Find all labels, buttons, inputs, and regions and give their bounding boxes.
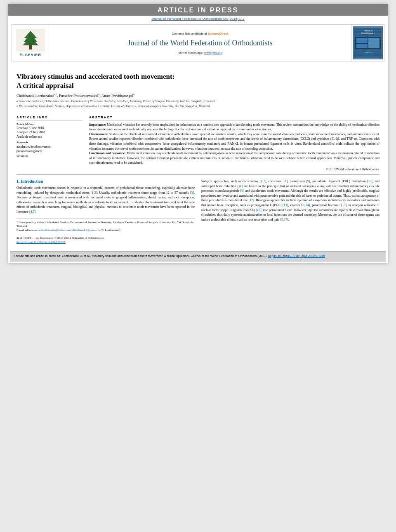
svg-rect-11 <box>356 44 368 48</box>
abstract-col: ABSTRACT Importance: Mechanical vibratio… <box>89 115 380 171</box>
banner-text: ARTICLE IN PRESS <box>8 7 388 14</box>
sciencedirect-link[interactable]: ScienceDirect <box>208 32 229 35</box>
ref-1-2[interactable]: [1,2] <box>91 191 97 195</box>
svg-text:Orthodontists: Orthodontists <box>363 52 373 54</box>
svg-text:Journal of: Journal of <box>363 29 373 32</box>
copyright-line: © 2018 World Federation of Orthodontists… <box>89 167 380 171</box>
available-online: Available online xxx <box>16 135 82 139</box>
citation-content: Leethanakul C, et al., Vibratory stimulu… <box>62 254 268 258</box>
intro-right-paragraph: Surgical approaches, such as corticotomy… <box>201 179 380 222</box>
body-col-right: Surgical approaches, such as corticotomy… <box>201 179 380 245</box>
ref-10[interactable]: [10] <box>367 179 372 183</box>
article-info-heading: ARTICLE INFO <box>16 115 82 120</box>
email2-link[interactable]: chidchanok.l@psu.ac.th <box>72 228 100 232</box>
author3-super: b <box>133 93 135 96</box>
ref-6-7[interactable]: [6,7] <box>260 179 266 183</box>
history-label: Article history: <box>16 122 82 126</box>
importance-label: Importance: <box>89 123 106 127</box>
svg-rect-9 <box>355 37 381 49</box>
footnote-area: * Corresponding author: Orthodontic Sect… <box>16 219 195 233</box>
abstract-text: Importance: Mechanical vibration has rec… <box>89 122 380 165</box>
ref-6b[interactable]: [6] <box>240 189 244 193</box>
citation-doi-link[interactable]: https://doi.org/10.1016/j.ejwf.2018.07.0… <box>268 254 325 258</box>
issn-line: 2212-4438/$ — see front matter © 2018 Wo… <box>16 236 195 245</box>
elsevier-logo <box>16 29 45 52</box>
journal-title-main: Journal of the World Federation of Ortho… <box>127 39 272 47</box>
received-date: Received 6 June 2018 <box>16 126 82 131</box>
issn-text: 2212-4438/$ — see front matter © 2018 Wo… <box>16 236 195 240</box>
ref-8[interactable]: [8] <box>284 179 288 183</box>
abstract-heading: ABSTRACT <box>89 115 380 120</box>
info-abstract-section: ARTICLE INFO Article history: Received 6… <box>16 115 380 171</box>
homepage-label: journal homepage: <box>178 51 203 54</box>
ref-15[interactable]: [15] <box>341 203 346 207</box>
doi-link[interactable]: https://doi.org/10.1016/j.ejwf.2018.07.0… <box>16 240 66 244</box>
svg-rect-10 <box>356 38 368 43</box>
elsevier-label: ELSEVIER <box>19 53 41 57</box>
article-title: Vibratory stimulus and accelerated tooth… <box>16 72 380 90</box>
page: ARTICLE IN PRESS Journal of the World Fe… <box>8 4 388 263</box>
svg-rect-6 <box>354 27 382 59</box>
citation-text: Please cite this article in press as: Le… <box>14 254 382 259</box>
intro-paragraph: Orthodontic tooth movement occurs in res… <box>16 186 195 214</box>
svg-rect-12 <box>368 38 380 48</box>
ref-11[interactable]: [11] <box>237 184 243 188</box>
ref-9[interactable]: [9] <box>306 179 310 183</box>
keywords-label: Keywords: <box>16 141 82 144</box>
citation-label: Please cite this article in press as: <box>14 254 61 258</box>
accepted-date: Accepted 23 July 2018 <box>16 130 82 135</box>
corresponding-label: * Corresponding author: <box>16 221 45 224</box>
citation-box: Please cite this article in press as: Le… <box>10 251 386 261</box>
importance-text: Mechanical vibration has recently been e… <box>89 123 380 132</box>
journal-header: ELSEVIER Contents lists available at Sci… <box>12 24 384 61</box>
sciencedirect-line: Contents lists available at ScienceDirec… <box>172 32 229 35</box>
body-col-left: 1. Introduction Orthodontic tooth moveme… <box>16 179 195 245</box>
ref-4-5[interactable]: [4,5] <box>29 210 35 214</box>
article-in-press-banner: ARTICLE IN PRESS <box>8 4 388 16</box>
header-center: Contents lists available at ScienceDirec… <box>49 25 351 61</box>
divider-1 <box>16 112 380 112</box>
keywords-list: accelerated tooth movementperiodontal li… <box>16 144 82 158</box>
sciencedirect-label: Contents lists available at <box>172 32 207 35</box>
svg-text:World Federation: World Federation <box>361 33 375 35</box>
conclusion-label: Conclusion and relevance: <box>89 151 126 155</box>
ref-14[interactable]: [14] <box>304 203 310 207</box>
ref-3[interactable]: [3] <box>190 191 194 195</box>
ref-12[interactable]: [12] <box>249 198 254 202</box>
header-left: ELSEVIER <box>12 25 49 61</box>
article-info-col: ARTICLE INFO Article history: Received 6… <box>16 115 82 171</box>
conclusion-text: Mechanical vibration may accelerate toot… <box>89 151 380 165</box>
email-label: E-mail addresses: <box>16 228 37 232</box>
journal-thumbnail: Journal of World Federation Orthodontist… <box>353 26 383 59</box>
author2-name: , Pussadee Phusuntornsakul <box>57 94 99 98</box>
intro-heading: 1. Introduction <box>16 179 195 184</box>
header-right: Journal of World Federation Orthodontist… <box>351 25 384 61</box>
observations-text: Studies on the effects of mechanical vib… <box>89 132 380 151</box>
ref-5-17[interactable]: [5,17] <box>280 218 288 221</box>
author1-name: Chidchanok Leethanakul <box>16 94 54 98</box>
article-body: Vibratory stimulus and accelerated tooth… <box>8 64 388 248</box>
observations-label: Observations: <box>89 132 108 136</box>
affiliation-a: a Associate Professor, Orthodontic Secti… <box>16 99 380 104</box>
body-columns: 1. Introduction Orthodontic tooth moveme… <box>16 179 380 245</box>
authors-line: Chidchanok Leethanakula,*, Pussadee Phus… <box>16 93 380 98</box>
ref-16[interactable]: [16] <box>256 208 261 212</box>
email1-link[interactable]: nokleethanakul@yahoo.com <box>38 228 71 232</box>
author3-name: , Anute Pravitharangul <box>100 94 133 98</box>
divider-2 <box>16 174 380 175</box>
journal-homepage-line: journal homepage: www.jwfo.org <box>178 51 222 54</box>
homepage-link[interactable]: www.jwfo.org <box>204 51 222 54</box>
ref-13[interactable]: [13] <box>283 203 288 207</box>
author1-super: a,* <box>54 93 57 96</box>
email-footnote: E-mail addresses: nokleethanakul@yahoo.c… <box>16 228 195 233</box>
affiliation-b: b PhD candidate, Orthodontic Section, De… <box>16 104 380 108</box>
svg-rect-5 <box>353 26 383 59</box>
email-suffix: (C. Leethanakul). <box>101 228 121 232</box>
corresponding-footnote: * Corresponding author: Orthodontic Sect… <box>16 221 195 229</box>
journal-ref-line[interactable]: Journal of the World Federation of Ortho… <box>8 16 388 22</box>
